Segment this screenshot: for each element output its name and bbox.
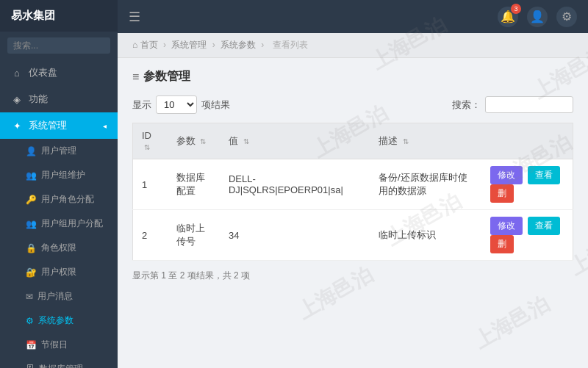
sidebar-item-label: 仪表盘: [29, 66, 57, 79]
menu-toggle-icon[interactable]: ☰: [129, 9, 140, 25]
sidebar-sub-label: 用户组用户分配: [41, 217, 103, 230]
topbar: ☰ 🔔 3 👤 ⚙: [118, 0, 588, 33]
per-page-select[interactable]: 10 25 50 100: [156, 95, 197, 114]
content-area: ⌂ 首页 › 系统管理 › 系统参数 › 查看列表 ≡ 参数管理 显示 10 2…: [118, 33, 588, 368]
sort-icon-param: ⇅: [200, 137, 206, 145]
notification-bell-button[interactable]: 🔔 3: [498, 7, 518, 27]
sidebar-sub-label: 用户管理: [41, 145, 76, 157]
sidebar-sub-label: 用户消息: [37, 290, 73, 303]
sort-icon-desc: ⇅: [403, 137, 409, 145]
breadcrumb-current: 查看列表: [273, 40, 308, 50]
params-table: ID ⇅ 参数 ⇅ 值 ⇅ 描述 ⇅: [132, 123, 573, 261]
table-row: 1 数据库配置 DELL-DJ|SQLRS|EPOERP01|sa| 备份/还原…: [133, 159, 573, 210]
cell-id: 2: [133, 210, 168, 261]
sidebar-item-user-msg[interactable]: ✉ 用户消息: [0, 284, 118, 309]
breadcrumb-home[interactable]: ⌂ 首页: [132, 40, 158, 50]
sidebar-item-user-manage[interactable]: 👤 用户管理: [0, 139, 118, 163]
delete-button[interactable]: 删: [490, 235, 514, 253]
user-perm-icon: 🔐: [26, 267, 37, 278]
modify-button[interactable]: 修改: [490, 217, 523, 235]
search-label: 搜索：: [452, 98, 481, 112]
sort-icon-value: ⇅: [243, 137, 249, 145]
table-header-row: ID ⇅ 参数 ⇅ 值 ⇅ 描述 ⇅: [133, 123, 573, 159]
sidebar-item-functions[interactable]: ◈ 功能: [0, 86, 118, 112]
sidebar-sub-label: 用户权限: [41, 266, 76, 278]
group-user-icon: 👥: [26, 219, 37, 229]
sidebar-sub-label: 节假日: [41, 339, 68, 351]
user-icon: 👤: [26, 146, 37, 156]
app-logo: 易水集团: [0, 0, 118, 32]
col-param: 参数 ⇅: [168, 123, 220, 159]
search-input[interactable]: [485, 96, 573, 113]
toolbar: 显示 10 25 50 100 项结果 搜索：: [132, 95, 573, 114]
sidebar-item-holiday[interactable]: 📅 节假日: [0, 333, 118, 357]
sidebar-sub-label: 用户角色分配: [41, 193, 94, 206]
pagination-info: 显示第 1 至 2 项结果，共 2 项: [132, 270, 573, 282]
toolbar-right: 搜索：: [452, 96, 573, 113]
page-title-icon: ≡: [132, 71, 139, 84]
user-avatar-icon: 👤: [530, 10, 545, 24]
holiday-icon: 📅: [26, 340, 37, 350]
app-name: 易水集团: [11, 9, 55, 23]
sidebar-item-group-user[interactable]: 👥 用户组用户分配: [0, 212, 118, 236]
breadcrumb-system[interactable]: 系统管理: [171, 40, 207, 50]
system-icon: ✦: [11, 120, 23, 131]
cell-desc: 临时上传标识: [370, 210, 481, 261]
sidebar-item-db-manage[interactable]: 🗄 数据库管理: [0, 357, 118, 368]
sidebar-item-role-assign[interactable]: 🔑 用户角色分配: [0, 187, 118, 212]
sidebar: 易水集团 ⌂ 仪表盘 ◈ 功能 ✦ 系统管理 ◂ 👤 用户管理 👥 用户组维护 …: [0, 0, 118, 368]
sidebar-item-group-maintain[interactable]: 👥 用户组维护: [0, 163, 118, 187]
group-icon: 👥: [26, 170, 37, 181]
sidebar-item-dashboard[interactable]: ⌂ 仪表盘: [0, 59, 118, 86]
sidebar-search-input[interactable]: [7, 37, 110, 54]
delete-button[interactable]: 删: [490, 184, 514, 203]
breadcrumb: ⌂ 首页 › 系统管理 › 系统参数 › 查看列表: [118, 33, 588, 58]
collapse-arrow-icon: ◂: [103, 122, 107, 130]
sidebar-item-user-perm[interactable]: 🔐 用户权限: [0, 260, 118, 284]
cell-value: DELL-DJ|SQLRS|EPOERP01|sa|: [220, 159, 370, 210]
main-content: ☰ 🔔 3 👤 ⚙ ⌂ 首页 › 系统管理 › 系统参数 › 查看列表: [118, 0, 588, 368]
sidebar-sub-label: 数据库管理: [39, 363, 83, 368]
sidebar-item-label: 功能: [29, 93, 48, 106]
cell-actions: 修改 查看 删: [481, 210, 573, 261]
view-button[interactable]: 查看: [528, 217, 560, 235]
role-perm-icon: 🔒: [26, 243, 37, 253]
sidebar-item-sys-param[interactable]: ⚙ 系统参数: [0, 309, 118, 333]
modify-button[interactable]: 修改: [490, 166, 523, 184]
notification-badge: 3: [511, 4, 521, 14]
sidebar-sub-label: 系统参数: [38, 314, 74, 327]
gear-icon: ⚙: [562, 10, 572, 24]
settings-button[interactable]: ⚙: [556, 7, 577, 27]
results-label: 项结果: [201, 98, 230, 112]
show-label: 显示: [132, 98, 151, 112]
msg-icon: ✉: [26, 292, 33, 302]
breadcrumb-sep3: ›: [261, 40, 266, 50]
functions-icon: ◈: [11, 94, 23, 105]
col-desc: 描述 ⇅: [370, 123, 481, 159]
page-title-text: 参数管理: [143, 69, 190, 84]
sidebar-item-label: 系统管理: [29, 119, 67, 132]
breadcrumb-sysparam[interactable]: 系统参数: [220, 40, 256, 50]
col-actions: [481, 123, 573, 159]
breadcrumb-sep1: ›: [163, 40, 168, 50]
cell-actions: 修改 查看 删: [481, 159, 573, 210]
page-title: ≡ 参数管理: [132, 69, 573, 84]
sidebar-search-container: [0, 32, 118, 59]
col-id: ID ⇅: [133, 123, 168, 159]
sort-icon-id: ⇅: [144, 143, 150, 151]
user-profile-button[interactable]: 👤: [527, 7, 548, 27]
sidebar-item-system[interactable]: ✦ 系统管理 ◂: [0, 112, 118, 139]
col-value: 值 ⇅: [220, 123, 370, 159]
page-content: ≡ 参数管理 显示 10 25 50 100 项结果 搜索：: [118, 58, 588, 293]
view-button[interactable]: 查看: [528, 166, 560, 184]
sidebar-sub-label: 角色权限: [41, 242, 76, 254]
cell-value: 34: [220, 210, 370, 261]
sidebar-sub-label: 用户组维护: [41, 169, 85, 181]
breadcrumb-sep2: ›: [212, 40, 218, 50]
key-icon: 🔑: [26, 195, 37, 205]
sidebar-item-role-perm[interactable]: 🔒 角色权限: [0, 236, 118, 260]
cell-desc: 备份/还原数据库时使用的数据源: [370, 159, 481, 210]
db-icon: 🗄: [26, 364, 35, 369]
pagination-text: 显示第 1 至 2 项结果，共 2 项: [132, 270, 250, 281]
cell-param: 数据库配置: [168, 159, 220, 210]
